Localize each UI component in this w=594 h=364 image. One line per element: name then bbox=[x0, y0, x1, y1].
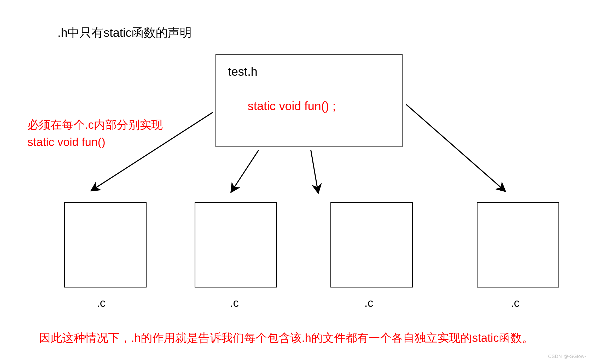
c-file-label-4: .c bbox=[511, 296, 520, 309]
c-file-box-1 bbox=[64, 202, 147, 287]
side-note: 必须在每个.c内部分别实现 static void fun() bbox=[27, 116, 163, 151]
c-file-box-4 bbox=[477, 202, 559, 287]
svg-line-1 bbox=[234, 150, 259, 188]
c-file-box-3 bbox=[330, 202, 413, 287]
svg-line-2 bbox=[311, 150, 317, 188]
c-file-label-3: .c bbox=[364, 296, 373, 309]
bottom-note: 因此这种情况下，.h的作用就是告诉我们每个包含该.h的文件都有一个各自独立实现的… bbox=[39, 330, 533, 346]
c-file-label-2: .c bbox=[230, 296, 239, 309]
header-file-code: static void fun() ; bbox=[248, 99, 336, 113]
svg-line-3 bbox=[406, 104, 502, 188]
side-note-line1: 必须在每个.c内部分别实现 bbox=[27, 116, 163, 133]
header-file-name: test.h bbox=[228, 64, 258, 79]
c-file-label-1: .c bbox=[97, 296, 106, 309]
c-file-box-2 bbox=[195, 202, 277, 287]
side-note-line2: static void fun() bbox=[27, 133, 163, 151]
header-file-box: test.h static void fun() ; bbox=[216, 54, 403, 147]
diagram-title: .h中只有static函数的声明 bbox=[57, 25, 192, 41]
watermark: CSDN @-SGlow- bbox=[548, 354, 586, 359]
